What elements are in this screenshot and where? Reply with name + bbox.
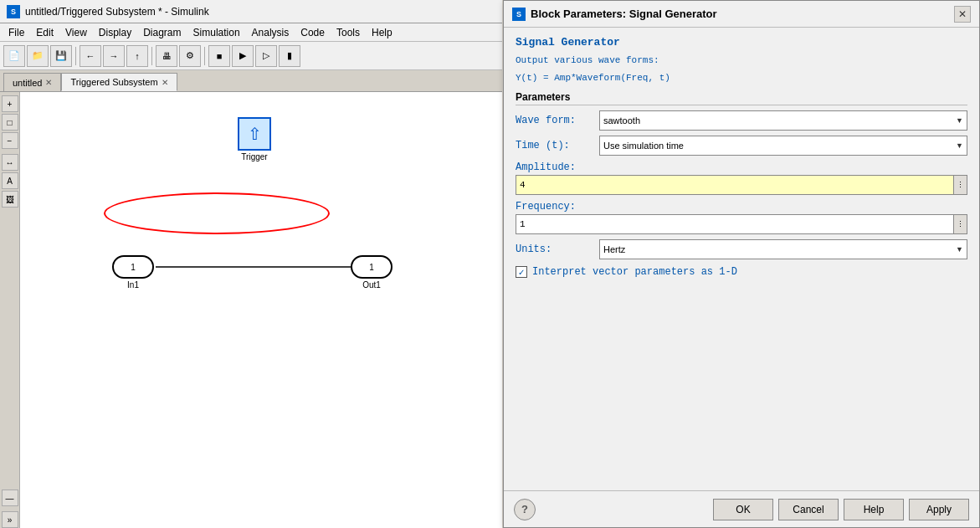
- time-arrow: ▼: [956, 141, 963, 150]
- settings-btn[interactable]: ⚙: [179, 45, 201, 67]
- amplitude-input-row: ⋮: [516, 175, 967, 195]
- up-btn[interactable]: ↑: [126, 45, 148, 67]
- units-label: Units:: [516, 243, 599, 255]
- trigger-block-body: ⇧: [238, 117, 271, 151]
- tab-untitled-label: untitled: [13, 78, 42, 88]
- menu-edit[interactable]: Edit: [31, 25, 59, 40]
- menu-view[interactable]: View: [60, 25, 92, 40]
- out1-block-body: 1: [351, 255, 393, 279]
- in1-block[interactable]: 1 In1: [112, 255, 154, 290]
- sep1: [75, 47, 76, 65]
- simulink-icon: S: [7, 5, 20, 18]
- new-btn[interactable]: 📄: [3, 45, 25, 67]
- menu-tools[interactable]: Tools: [331, 25, 365, 40]
- interpret-checkbox[interactable]: ✓: [516, 266, 527, 278]
- amplitude-label: Amplitude:: [516, 161, 576, 173]
- units-row: Units: Hertz ▼: [516, 239, 967, 259]
- menu-code[interactable]: Code: [295, 25, 330, 40]
- frequency-label: Frequency:: [516, 201, 576, 213]
- block-name-label: Signal Generator: [516, 36, 967, 49]
- redo-btn[interactable]: →: [103, 45, 125, 67]
- out1-label: Out1: [362, 280, 381, 290]
- wave-form-label: Wave form:: [516, 115, 599, 126]
- dialog-body: Signal Generator Output various wave for…: [504, 28, 979, 490]
- canvas-area: 📄 untitled ▶ 📄 Triggered Subsystem + □ −…: [0, 92, 502, 528]
- dialog-title-left: S Block Parameters: Signal Generator: [512, 8, 717, 21]
- undo-btn[interactable]: ←: [80, 45, 101, 67]
- zoom-out-btn[interactable]: −: [2, 132, 18, 149]
- description-line1: Output various wave forms:: [516, 54, 967, 68]
- units-value: Hertz: [603, 244, 625, 254]
- save-btn[interactable]: 💾: [50, 45, 72, 67]
- menu-analysis[interactable]: Analysis: [247, 25, 295, 40]
- simulink-window: S untitled/Triggered Subsystem * - Simul…: [0, 0, 502, 528]
- in1-value: 1: [131, 263, 136, 272]
- checkbox-row: ✓ Interpret vector parameters as 1-D: [516, 266, 967, 278]
- step-btn[interactable]: ▷: [255, 45, 277, 67]
- params-section: Parameters: [516, 91, 967, 105]
- frequency-input[interactable]: [516, 214, 954, 234]
- diagram-canvas[interactable]: ⇧ Trigger 1 In1 1 Out1: [20, 92, 502, 528]
- dialog-icon: S: [512, 8, 526, 21]
- sep2: [151, 47, 152, 65]
- menu-help[interactable]: Help: [367, 25, 398, 40]
- image-btn[interactable]: 🖼: [2, 191, 18, 208]
- dialog-title-text: Block Parameters: Signal Generator: [531, 8, 717, 20]
- title-bar: S untitled/Triggered Subsystem * - Simul…: [0, 0, 502, 23]
- units-arrow: ▼: [956, 245, 963, 254]
- print-btn[interactable]: 🖶: [156, 45, 177, 67]
- dialog-footer: ? OK Cancel Help Apply: [504, 490, 979, 527]
- tab-triggered-label: Triggered Subsystem: [70, 77, 157, 87]
- apply-button[interactable]: Apply: [909, 499, 969, 520]
- annotation-oval: [104, 192, 330, 234]
- checkbox-label: Interpret vector parameters as 1-D: [532, 266, 737, 278]
- description-line2: Y(t) = Amp*Waveform(Freq, t): [516, 71, 967, 85]
- frequency-label-row: Frequency:: [516, 200, 967, 213]
- ok-button[interactable]: OK: [713, 499, 773, 520]
- in1-label: In1: [127, 280, 139, 290]
- menu-diagram[interactable]: Diagram: [138, 25, 186, 40]
- time-value: Use simulation time: [603, 141, 684, 151]
- time-dropdown[interactable]: Use simulation time ▼: [599, 136, 967, 156]
- zoom-in-btn[interactable]: +: [2, 95, 18, 112]
- open-btn[interactable]: 📁: [27, 45, 49, 67]
- wave-form-value: sawtooth: [603, 115, 640, 126]
- out1-value: 1: [369, 263, 374, 272]
- library-btn[interactable]: ■: [208, 45, 230, 67]
- amplitude-input[interactable]: [516, 175, 954, 195]
- play-btn[interactable]: ▶: [232, 45, 254, 67]
- help-icon-btn[interactable]: ?: [514, 499, 536, 520]
- wave-form-arrow: ▼: [956, 116, 963, 125]
- area-btn[interactable]: —: [2, 490, 18, 506]
- tab-triggered-subsystem[interactable]: Triggered Subsystem ✕: [61, 73, 177, 91]
- trigger-block[interactable]: ⇧ Trigger: [238, 117, 271, 161]
- dialog-close-btn[interactable]: ✕: [954, 6, 971, 23]
- out1-block[interactable]: 1 Out1: [351, 255, 393, 290]
- tab-triggered-close[interactable]: ✕: [162, 78, 168, 87]
- tab-untitled-close[interactable]: ✕: [45, 78, 52, 87]
- window-title: untitled/Triggered Subsystem * - Simulin…: [25, 6, 209, 18]
- stop-btn[interactable]: ▮: [279, 45, 300, 67]
- time-row: Time (t): Use simulation time ▼: [516, 136, 967, 156]
- units-dropdown[interactable]: Hertz ▼: [599, 239, 967, 259]
- left-toolbar: + □ − ↔ A 🖼 — »: [0, 92, 20, 528]
- help-button[interactable]: Help: [844, 499, 904, 520]
- menu-file[interactable]: File: [3, 25, 29, 40]
- pan-btn[interactable]: ↔: [2, 154, 18, 171]
- zoom-fit-btn[interactable]: □: [2, 114, 18, 131]
- tab-untitled[interactable]: untitled ✕: [3, 73, 61, 91]
- menu-simulation[interactable]: Simulation: [188, 25, 245, 40]
- menu-display[interactable]: Display: [94, 25, 136, 40]
- block-params-dialog: S Block Parameters: Signal Generator ✕ S…: [503, 0, 980, 528]
- trigger-block-label: Trigger: [241, 152, 267, 161]
- dialog-title-bar: S Block Parameters: Signal Generator ✕: [504, 1, 979, 28]
- port-btn[interactable]: »: [2, 511, 18, 528]
- wave-form-dropdown[interactable]: sawtooth ▼: [599, 110, 967, 131]
- text-btn[interactable]: A: [2, 172, 18, 189]
- menu-bar: File Edit View Display Diagram Simulatio…: [0, 23, 502, 42]
- frequency-menu-btn[interactable]: ⋮: [954, 214, 967, 234]
- amplitude-menu-btn[interactable]: ⋮: [954, 175, 967, 195]
- in1-block-body: 1: [112, 255, 154, 279]
- cancel-button[interactable]: Cancel: [778, 499, 839, 520]
- sep3: [204, 47, 205, 65]
